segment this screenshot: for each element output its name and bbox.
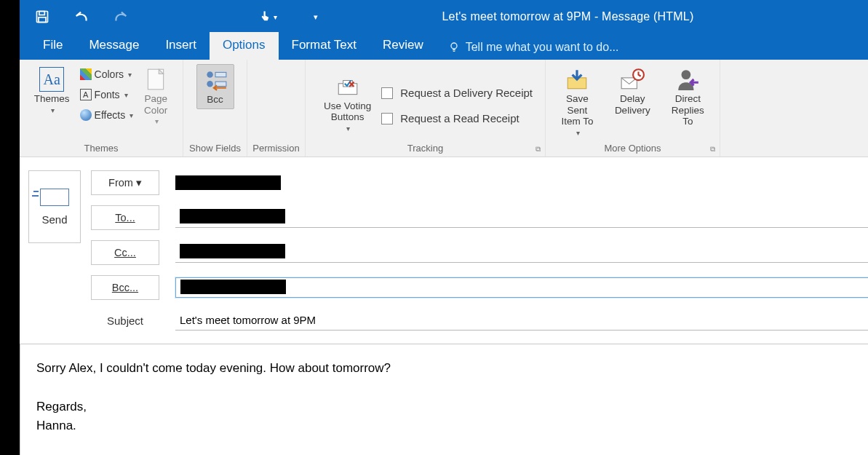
body-line: Hanna.	[36, 416, 859, 435]
tab-file[interactable]: File	[30, 32, 76, 60]
envelope-icon	[40, 189, 69, 206]
svg-point-13	[682, 70, 691, 79]
cc-field[interactable]: user2@example.com	[175, 242, 868, 263]
to-button[interactable]: To...	[91, 205, 159, 230]
bcc-value: user3@example.com	[180, 280, 286, 294]
from-field[interactable]: user0@example.com	[175, 175, 868, 190]
checkbox-icon	[381, 87, 393, 99]
cc-value: user2@example.com	[180, 244, 285, 258]
group-tracking: Use Voting Buttons Request a Delivery Re…	[306, 60, 546, 157]
from-label: From	[108, 177, 133, 189]
redo-icon[interactable]	[111, 7, 130, 26]
effects-label: Effects	[95, 109, 126, 121]
group-label-tracking: Tracking	[407, 143, 443, 157]
themes-button[interactable]: Aa Themes	[28, 64, 76, 117]
from-value: user0@example.com	[175, 175, 281, 190]
from-button[interactable]: From ▾	[91, 170, 159, 195]
page-color-icon	[143, 67, 168, 92]
dialog-launcher-icon[interactable]: ⧉	[710, 145, 715, 154]
bcc-field[interactable]: user3@example.com	[175, 277, 868, 298]
message-body[interactable]: Sorry Alex, I couldn't come today evenin…	[20, 344, 868, 455]
direct-label: Direct Replies To	[666, 93, 709, 127]
bcc-icon	[203, 68, 228, 92]
ribbon-tabs: File Message Insert Options Format Text …	[20, 33, 868, 60]
fonts-icon: A	[80, 89, 92, 100]
group-label-show-fields: Show Fields	[189, 143, 241, 157]
themes-label: Themes	[34, 93, 70, 105]
svg-rect-1	[39, 12, 45, 15]
group-label-permission: Permission	[252, 143, 299, 157]
page-color-label: Page Color	[144, 93, 167, 116]
colors-label: Colors	[95, 68, 124, 80]
tab-review[interactable]: Review	[370, 32, 437, 60]
use-voting-buttons[interactable]: Use Voting Buttons	[318, 71, 377, 136]
save-sent-label: Save Sent Item To	[556, 93, 599, 127]
fonts-button[interactable]: A Fonts	[80, 86, 134, 103]
send-label: Send	[41, 213, 67, 226]
body-line: Sorry Alex, I couldn't come today evenin…	[36, 359, 859, 378]
body-line: Regards,	[36, 397, 859, 416]
request-delivery-receipt[interactable]: Request a Delivery Receipt	[381, 87, 533, 99]
fonts-label: Fonts	[95, 89, 120, 100]
tell-me-placeholder: Tell me what you want to do...	[466, 41, 619, 54]
dialog-launcher-icon[interactable]: ⧉	[535, 145, 541, 154]
bcc-label: Bcc	[207, 94, 223, 106]
group-label-themes: Themes	[84, 143, 119, 157]
svg-point-6	[207, 81, 213, 87]
voting-icon	[335, 74, 360, 99]
to-field[interactable]: user1@example.com	[175, 207, 868, 228]
save-sent-icon	[565, 67, 589, 92]
undo-icon[interactable]	[72, 7, 91, 26]
touch-mode-icon[interactable]: ▾	[258, 7, 277, 26]
tell-me-search[interactable]: Tell me what you want to do...	[437, 35, 631, 60]
send-button[interactable]: Send	[28, 170, 81, 243]
voting-label: Use Voting Buttons	[324, 100, 371, 123]
ribbon-options: Aa Themes Colors A Fonts Effects	[20, 60, 868, 157]
group-label-more-options: More Options	[604, 143, 661, 157]
tab-message[interactable]: Message	[76, 32, 152, 60]
svg-rect-8	[215, 82, 226, 86]
tab-options[interactable]: Options	[210, 32, 279, 60]
group-themes: Aa Themes Colors A Fonts Effects	[20, 60, 183, 157]
subject-label: Subject	[91, 314, 159, 327]
group-permission: Permission	[247, 60, 306, 157]
group-show-fields: Bcc Show Fields	[183, 60, 247, 157]
request-read-receipt[interactable]: Request a Read Receipt	[381, 112, 533, 124]
direct-replies-to-button[interactable]: Direct Replies To	[661, 64, 715, 130]
save-sent-item-to-button[interactable]: Save Sent Item To	[550, 64, 605, 140]
checkbox-icon	[381, 113, 393, 124]
lightbulb-icon	[448, 41, 460, 53]
subject-field[interactable]	[175, 310, 868, 331]
delay-label: Delay Delivery	[615, 93, 650, 116]
read-receipt-label: Request a Read Receipt	[400, 112, 519, 124]
tab-format-text[interactable]: Format Text	[279, 32, 370, 60]
svg-point-5	[207, 71, 213, 78]
colors-button[interactable]: Colors	[80, 66, 134, 83]
page-color-button[interactable]: Page Color	[138, 64, 174, 129]
quick-access-toolbar: ▾ ▾	[33, 7, 325, 26]
effects-button[interactable]: Effects	[80, 106, 134, 124]
delay-delivery-button[interactable]: Delay Delivery	[609, 64, 656, 119]
svg-point-3	[451, 43, 457, 49]
title-bar: ▾ ▾ Let's meet tomorrow at 9PM - Message…	[20, 0, 868, 33]
save-icon[interactable]	[33, 7, 52, 26]
colors-icon	[80, 68, 92, 80]
window-title: Let's meet tomorrow at 9PM - Message (HT…	[325, 10, 868, 23]
delivery-receipt-label: Request a Delivery Receipt	[400, 87, 533, 99]
bcc-button[interactable]: Bcc	[196, 64, 234, 109]
to-value: user1@example.com	[180, 209, 285, 223]
tab-insert[interactable]: Insert	[152, 32, 210, 60]
cc-button[interactable]: Cc...	[91, 240, 159, 265]
svg-rect-2	[39, 17, 46, 23]
bcc-button[interactable]: Bcc...	[91, 275, 159, 300]
group-more-options: Save Sent Item To Delay Delivery Direct …	[546, 60, 720, 157]
delay-icon	[620, 67, 645, 92]
effects-icon	[80, 109, 92, 121]
compose-header: Send From ▾ user0@example.com To... user…	[20, 157, 868, 331]
direct-replies-icon	[675, 67, 700, 92]
outlook-compose-window: ▾ ▾ Let's meet tomorrow at 9PM - Message…	[20, 0, 868, 455]
svg-rect-7	[215, 72, 226, 76]
customize-qat-icon[interactable]: ▾	[306, 7, 325, 26]
